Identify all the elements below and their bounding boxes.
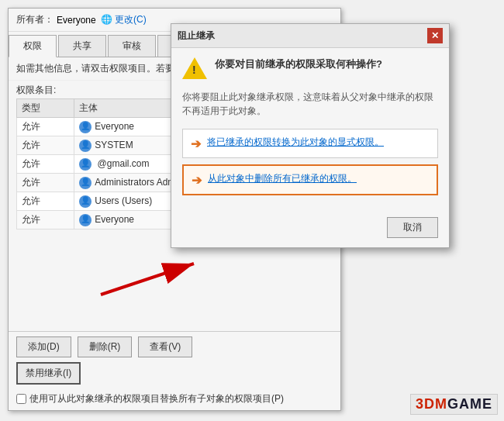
owner-label: 所有者： (16, 13, 54, 26)
dialog-body: ! 你要对目前继承的权限采取何种操作? 你将要阻止此对象继承权限，这意味着从父对… (171, 48, 449, 211)
user-icon (79, 195, 91, 208)
view-button[interactable]: 查看(V) (138, 336, 192, 357)
owner-value: Everyone (57, 15, 96, 26)
row-type: 允许 (17, 136, 74, 155)
delete-button[interactable]: 删除(R) (78, 336, 133, 357)
action-buttons: 添加(D) 删除(R) 查看(V) (9, 332, 340, 362)
checkbox-row: 使用可从此对象继承的权限项目替换所有子对象的权限项目(P) (9, 389, 340, 410)
add-button[interactable]: 添加(D) (16, 336, 71, 357)
row-type: 允许 (17, 155, 74, 174)
watermark-logo: 3DMGAME (416, 396, 492, 412)
warning-exclaim-mark: ! (192, 64, 196, 76)
dialog-footer: 取消 (171, 211, 449, 247)
user-icon (79, 214, 91, 226)
user-icon (79, 140, 91, 152)
convert-option[interactable]: ➔ 将已继承的权限转换为此对象的显式权限。 (182, 129, 438, 158)
disable-inheritance-button[interactable]: 禁用继承(I) (16, 362, 81, 385)
option2-text: 从此对象中删除所有已继承的权限。 (208, 172, 357, 185)
warning-icon: ! (182, 57, 207, 82)
replace-permissions-checkbox[interactable] (16, 394, 26, 404)
row-type: 允许 (17, 174, 74, 192)
option2-arrow: ➔ (192, 173, 202, 188)
row-type: 允许 (17, 118, 74, 136)
bottom-area: 添加(D) 删除(R) 查看(V) 禁用继承(I) 使用可从此对象继承的权限项目… (9, 331, 340, 410)
watermark-3d: 3DM (416, 396, 447, 412)
watermark-game: GAME (447, 396, 492, 412)
checkbox-label: 使用可从此对象继承的权限项目替换所有子对象的权限项目(P) (29, 392, 284, 405)
dialog-title: 阻止继承 (178, 29, 215, 43)
option1-arrow: ➔ (191, 136, 201, 151)
row-type: 允许 (17, 192, 74, 211)
dialog-question-row: ! 你要对目前继承的权限采取何种操作? (182, 57, 438, 82)
dialog-close-button[interactable]: ✕ (427, 28, 443, 43)
dialog-title-bar: 阻止继承 ✕ (171, 24, 449, 48)
dialog-question: 你要对目前继承的权限采取何种操作? (215, 57, 382, 71)
option1-text: 将已继承的权限转换为此对象的显式权限。 (207, 136, 384, 149)
user-icon (79, 177, 91, 189)
delete-option[interactable]: ➔ 从此对象中删除所有已继承的权限。 (182, 164, 438, 195)
row-type: 允许 (17, 211, 74, 229)
cancel-button[interactable]: 取消 (387, 217, 438, 238)
block-inheritance-dialog: 阻止继承 ✕ ! 你要对目前继承的权限采取何种操作? 你将要阻止此对象继承权限，… (171, 23, 450, 248)
tab-permissions[interactable]: 权限 (9, 35, 57, 57)
col-type: 类型 (17, 99, 74, 118)
watermark: 3DMGAME (410, 394, 498, 415)
tab-audit[interactable]: 审核 (108, 35, 156, 57)
user-icon (79, 158, 91, 171)
user-icon (79, 121, 91, 133)
watermark-box: 3DMGAME (410, 394, 498, 415)
tab-sharing[interactable]: 共享 (58, 35, 106, 57)
owner-change-link[interactable]: 🌐 更改(C) (101, 13, 147, 26)
dialog-description: 你将要阻止此对象继承权限，这意味着从父对象中继承的权限不再适用于此对象。 (182, 90, 438, 118)
